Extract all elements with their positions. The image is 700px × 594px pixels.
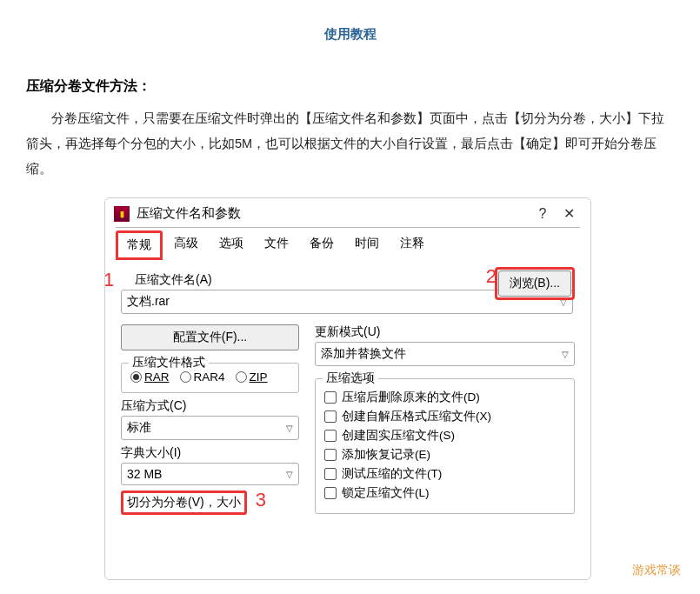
options-group: 压缩选项 压缩后删除原来的文件(D) 创建自解压格式压缩文件(X) 创建固实压缩…	[315, 378, 575, 514]
options-legend: 压缩选项	[323, 370, 378, 386]
dict-select[interactable]: 32 MB▽	[121, 463, 299, 485]
update-mode-select[interactable]: 添加并替换文件▽	[315, 342, 575, 366]
annotation-3: 3	[256, 489, 266, 511]
opt-recovery[interactable]: 添加恢复记录(E)	[324, 447, 565, 463]
tab-bar: 常规 高级 选项 文件 备份 时间 注释	[105, 227, 590, 260]
archive-dialog: ▮ 压缩文件名和参数 ? ✕ 常规 高级 选项 文件 备份 时间 注释 1 2 …	[104, 197, 591, 580]
article-body: 压缩分卷文件方法： 分卷压缩文件，只需要在压缩文件时弹出的【压缩文件名和参数】页…	[0, 77, 700, 182]
chevron-down-icon: ▽	[286, 470, 293, 479]
radio-rar[interactable]: RAR	[130, 370, 170, 384]
tab-general[interactable]: 常规	[116, 230, 163, 260]
help-button[interactable]: ?	[530, 206, 556, 222]
close-button[interactable]: ✕	[556, 205, 582, 222]
archive-name-value: 文档.rar	[127, 294, 170, 310]
opt-test[interactable]: 测试压缩的文件(T)	[324, 466, 565, 482]
dialog-title: 压缩文件名和参数	[137, 205, 530, 222]
tab-time[interactable]: 时间	[345, 230, 389, 260]
titlebar: ▮ 压缩文件名和参数 ? ✕	[105, 198, 590, 227]
tab-options[interactable]: 选项	[210, 230, 253, 260]
chevron-down-icon: ▽	[286, 424, 293, 433]
split-label: 切分为分卷(V)，大小	[121, 491, 247, 515]
section-paragraph: 分卷压缩文件，只需要在压缩文件时弹出的【压缩文件名和参数】页面中，点击【切分为分…	[26, 106, 674, 182]
format-group: 压缩文件格式 RAR RAR4 ZIP	[121, 363, 299, 393]
section-title: 压缩分卷文件方法：	[26, 77, 674, 96]
opt-solid[interactable]: 创建固实压缩文件(S)	[324, 428, 565, 444]
page-heading: 使用教程	[0, 0, 700, 77]
chevron-down-icon: ▽	[562, 350, 569, 359]
tab-comment[interactable]: 注释	[390, 230, 434, 260]
tab-files[interactable]: 文件	[255, 230, 298, 260]
opt-sfx[interactable]: 创建自解压格式压缩文件(X)	[324, 409, 565, 424]
tab-advanced[interactable]: 高级	[164, 230, 208, 260]
dict-label: 字典大小(I)	[121, 445, 299, 461]
radio-rar4[interactable]: RAR4	[180, 370, 225, 384]
watermark: 游戏常谈	[632, 563, 681, 578]
method-label: 压缩方式(C)	[121, 398, 299, 414]
winrar-icon: ▮	[114, 206, 130, 222]
opt-lock[interactable]: 锁定压缩文件(L)	[324, 485, 565, 501]
opt-delete[interactable]: 压缩后删除原来的文件(D)	[324, 390, 565, 405]
method-select[interactable]: 标准▽	[121, 416, 299, 440]
format-legend: 压缩文件格式	[129, 355, 209, 370]
update-mode-label: 更新模式(U)	[315, 324, 575, 340]
annotation-1: 1	[104, 269, 114, 291]
tab-backup[interactable]: 备份	[300, 230, 343, 260]
browse-button[interactable]: 浏览(B)...	[498, 270, 571, 297]
profiles-button[interactable]: 配置文件(F)...	[121, 324, 299, 350]
radio-zip[interactable]: ZIP	[236, 370, 268, 384]
